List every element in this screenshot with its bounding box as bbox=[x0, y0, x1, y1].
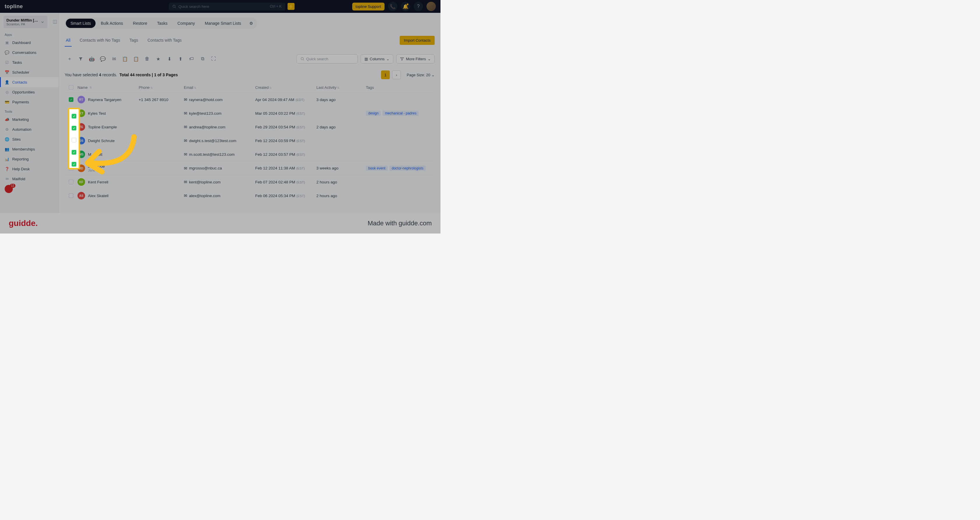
app-logo[interactable]: topline bbox=[5, 3, 23, 10]
contact-email: mgrosso@nbuc.ca bbox=[189, 166, 222, 170]
contact-created: Feb 12 2024 11:38 AM bbox=[255, 166, 295, 170]
gear-icon[interactable]: ⚙ bbox=[247, 19, 256, 28]
dashboard-icon: ▣ bbox=[5, 40, 10, 45]
download-icon[interactable]: ⬇ bbox=[164, 54, 174, 63]
contact-name: Alex Skatell bbox=[88, 193, 109, 198]
envelope-icon: ✉ bbox=[184, 138, 187, 143]
search-icon bbox=[172, 4, 176, 8]
nav-pills: Smart ListsBulk ActionsRestoreTasksCompa… bbox=[65, 17, 257, 29]
row-checkbox[interactable] bbox=[69, 97, 73, 102]
more-filters-button[interactable]: More Filters ⌄ bbox=[396, 54, 435, 63]
sidebar-toggle-icon[interactable]: ◫ bbox=[51, 19, 59, 24]
bell-icon[interactable]: 🔔 bbox=[401, 2, 410, 11]
tasks-icon: ☑ bbox=[5, 60, 10, 65]
expand-icon[interactable]: ⛶ bbox=[208, 54, 218, 63]
target-icon: ◎ bbox=[5, 90, 10, 94]
tag[interactable]: mechanical - padres bbox=[382, 111, 418, 116]
pill-tasks[interactable]: Tasks bbox=[152, 19, 172, 28]
sidebar-item-opportunities[interactable]: ◎Opportunities bbox=[0, 87, 59, 97]
filter-icon[interactable] bbox=[76, 54, 86, 63]
tag[interactable]: book event bbox=[366, 166, 388, 171]
sidebar-item-conversations[interactable]: 💬Conversations bbox=[0, 48, 59, 57]
table-row[interactable]: KT Kyles Test ✉kyle@test123.com Mar 05 2… bbox=[65, 106, 435, 120]
row-checkbox[interactable] bbox=[69, 193, 73, 198]
account-selector[interactable]: Dunder Mifflin [D... Scranton, PA bbox=[3, 16, 48, 28]
col-activity[interactable]: Last Activity⇅ bbox=[317, 85, 366, 90]
pill-restore[interactable]: Restore bbox=[128, 19, 152, 28]
sidebar-item-reporting[interactable]: 📊Reporting bbox=[0, 154, 59, 164]
timezone: (EDT) bbox=[295, 98, 304, 101]
select-all-checkbox[interactable] bbox=[69, 85, 73, 90]
pipeline-remove-icon[interactable]: 📋 bbox=[131, 54, 141, 63]
chevron-down-icon bbox=[40, 20, 45, 24]
subtab-contacts-with-no-tags[interactable]: Contacts with No Tags bbox=[79, 34, 121, 47]
sidebar-item-automation[interactable]: ⚙Automation bbox=[0, 124, 59, 134]
col-name[interactable]: Name⇅ bbox=[78, 85, 138, 90]
sidebar-item-payments[interactable]: 💳Payments bbox=[0, 97, 59, 107]
global-search[interactable]: Quick search here Ctrl + K bbox=[169, 3, 285, 11]
timezone: (EST) bbox=[296, 125, 305, 129]
sidebar-item-contacts[interactable]: 👤Contacts bbox=[0, 77, 59, 87]
pill-manage-smart-lists[interactable]: Manage Smart Lists bbox=[200, 19, 246, 28]
contact-email: raynera@hotd.com bbox=[189, 98, 223, 102]
add-icon[interactable]: ＋ bbox=[65, 54, 75, 63]
import-contacts-button[interactable]: Import Contacts bbox=[400, 36, 435, 45]
subtab-all[interactable]: All bbox=[65, 34, 72, 47]
page-1[interactable]: 1 bbox=[381, 70, 390, 79]
sidebar-item-dashboard[interactable]: ▣Dashboard bbox=[0, 38, 59, 48]
pipeline-add-icon[interactable]: 📋 bbox=[120, 54, 130, 63]
contact-created: Feb 29 2024 03:54 PM bbox=[255, 125, 295, 129]
sidebar-item-mailfold[interactable]: ✉Mailfold bbox=[0, 174, 59, 184]
sms-icon[interactable]: 💬 bbox=[98, 54, 108, 63]
search-icon bbox=[300, 57, 304, 61]
total-records: Total 44 records | 1 of 3 Pages bbox=[119, 73, 178, 77]
table-row[interactable]: KF Kent Ferrell ✉kent@topline.com Feb 07… bbox=[65, 175, 435, 189]
table-row[interactable]: DS Dwight Schrute ✉dwight.s.test@123test… bbox=[65, 134, 435, 147]
table-row[interactable]: TE Topline Example ✉andrea@topline.com F… bbox=[65, 120, 435, 134]
guidde-logo: guidde. bbox=[9, 219, 38, 228]
tag[interactable]: design bbox=[366, 111, 381, 116]
user-avatar[interactable] bbox=[426, 2, 436, 11]
pill-bulk-actions[interactable]: Bulk Actions bbox=[96, 19, 127, 28]
table-row[interactable]: JD Jane DoeJane Do ✉mgrosso@nbuc.ca Feb … bbox=[65, 161, 435, 175]
sidebar-item-help desk[interactable]: ❓Help Desk bbox=[0, 164, 59, 174]
bolt-button[interactable]: ⚡ bbox=[288, 3, 294, 10]
pill-smart-lists[interactable]: Smart Lists bbox=[66, 19, 95, 28]
page-size-select[interactable]: Page Size: 20 ⌄ bbox=[407, 73, 435, 77]
star-icon[interactable]: ★ bbox=[153, 54, 163, 63]
merge-icon[interactable]: ⧉ bbox=[197, 54, 207, 63]
sidebar-item-label: Contacts bbox=[12, 80, 27, 84]
tag-icon[interactable]: 🏷 bbox=[186, 54, 196, 63]
help-icon[interactable]: ? bbox=[414, 2, 423, 11]
col-email[interactable]: Email⇅ bbox=[184, 85, 255, 90]
contact-name: Kent Ferrell bbox=[88, 180, 108, 184]
table-row[interactable]: AS Alex Skatell ✉alex@topline.com Feb 06… bbox=[65, 189, 435, 202]
phone-icon[interactable]: 📞 bbox=[388, 2, 397, 11]
sidebar-item-memberships[interactable]: 👥Memberships bbox=[0, 144, 59, 154]
subtab-contacts-with-tags[interactable]: Contacts with Tags bbox=[146, 34, 183, 47]
sidebar-item-sites[interactable]: 🌐Sites bbox=[0, 134, 59, 144]
col-created[interactable]: Created⇅ bbox=[255, 85, 317, 90]
tag[interactable]: doctor-nephrologists bbox=[390, 166, 426, 171]
table-row[interactable]: RT Raynera Targaryen +1 345 267 8910 ✉ra… bbox=[65, 93, 435, 106]
contact-name: Dwight Schrute bbox=[88, 139, 115, 143]
contact-avatar: AS bbox=[78, 192, 85, 200]
sidebar-item-scheduler[interactable]: 📅Scheduler bbox=[0, 67, 59, 77]
col-phone[interactable]: Phone⇅ bbox=[138, 85, 184, 90]
email-icon[interactable]: ✉ bbox=[109, 54, 119, 63]
quick-search-input[interactable]: Quick search bbox=[297, 54, 358, 63]
members-icon: 👥 bbox=[5, 147, 10, 151]
trash-icon[interactable]: 🗑 bbox=[142, 54, 152, 63]
subtab-tags[interactable]: Tags bbox=[129, 34, 140, 47]
page-next[interactable]: › bbox=[392, 70, 401, 79]
support-button[interactable]: topline Support bbox=[352, 3, 385, 11]
upload-icon[interactable]: ⬆ bbox=[175, 54, 185, 63]
sidebar-item-marketing[interactable]: 📣Marketing bbox=[0, 114, 59, 124]
sidebar-item-tasks[interactable]: ☑Tasks bbox=[0, 57, 59, 67]
pill-company[interactable]: Company bbox=[173, 19, 200, 28]
table-row[interactable]: MS M. Scott ✉m.scott.test@test123.com Fe… bbox=[65, 147, 435, 161]
row-checkbox[interactable] bbox=[69, 180, 73, 184]
robot-icon[interactable]: 🤖 bbox=[87, 54, 97, 63]
columns-button[interactable]: ▥ Columns ⌄ bbox=[361, 54, 393, 63]
col-tags[interactable]: Tags bbox=[366, 85, 431, 90]
